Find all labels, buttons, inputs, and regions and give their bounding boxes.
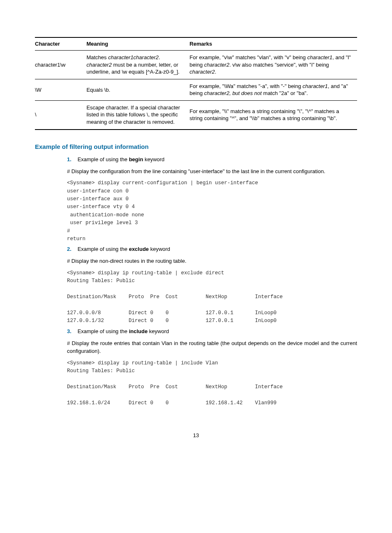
cell-remarks: For example, "v\w" matches "vlan", with … [189, 51, 357, 79]
step-number: 1. [67, 156, 76, 163]
table-row: \ Escape character. If a special charact… [35, 100, 357, 129]
step-text-post: keyword [148, 328, 169, 334]
page-number: 13 [35, 432, 357, 439]
step-keyword: include [129, 328, 148, 334]
step-text-pre: Example of using the [78, 156, 129, 162]
step-text-post: keyword [149, 246, 170, 252]
code-block-2: <Sysname> display ip routing-table | exc… [67, 269, 357, 325]
step-keyword: exclude [129, 246, 149, 252]
th-meaning: Meaning [86, 37, 189, 51]
step-text-pre: Example of using the [78, 328, 129, 334]
cell-remarks: For example, "\\" matches a string conta… [189, 100, 357, 129]
table-row: \W Equals \b. For example, "\Wa" matches… [35, 79, 357, 100]
para-3: # Display the route entries that contain… [67, 339, 357, 355]
code-block-1: <Sysname> display current-configuration … [67, 179, 357, 243]
step-text-post: keyword [143, 156, 164, 162]
cell-meaning: Matches character1character2. character2… [86, 51, 189, 79]
th-character: Character [35, 37, 86, 51]
th-remarks: Remarks [189, 37, 357, 51]
step-text-pre: Example of using the [78, 246, 129, 252]
cell-meaning: Equals \b. [86, 79, 189, 100]
step-2: 2. Example of using the exclude keyword [67, 246, 357, 253]
step-3: 3. Example of using the include keyword [67, 328, 357, 335]
para-2: # Display the non-direct routes in the r… [67, 257, 357, 265]
step-number: 3. [67, 328, 76, 335]
cell-remarks: For example, "\Wa" matches "-a", with "-… [189, 79, 357, 100]
table-row: character1\w Matches character1character… [35, 51, 357, 79]
step-keyword: begin [129, 156, 143, 162]
cell-char: \W [35, 79, 86, 100]
code-block-3: <Sysname> display ip routing-table | inc… [67, 359, 357, 407]
cell-meaning: Escape character. If a special character… [86, 100, 189, 129]
step-1: 1. Example of using the begin keyword [67, 156, 357, 163]
regex-table: Character Meaning Remarks character1\w M… [35, 37, 357, 130]
step-number: 2. [67, 246, 76, 253]
cell-char: character1\w [35, 51, 86, 79]
para-1: # Display the configuration from the lin… [67, 167, 357, 176]
section-heading: Example of filtering output information [35, 142, 357, 151]
cell-char: \ [35, 100, 86, 129]
